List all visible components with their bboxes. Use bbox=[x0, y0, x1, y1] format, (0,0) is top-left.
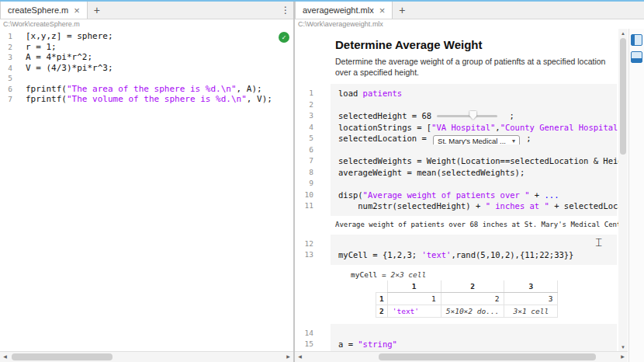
code-text[interactable]: [x,y,z] = sphere; bbox=[26, 31, 113, 42]
line-number[interactable]: 12 bbox=[295, 238, 313, 250]
code-line[interactable]: 2 bbox=[295, 99, 618, 111]
code-line[interactable]: 6fprintf("The area of the sphere is %d.\… bbox=[0, 84, 293, 95]
code-line[interactable]: 10disp("Average weight of patients over … bbox=[295, 190, 618, 201]
scrollbar-track[interactable] bbox=[10, 352, 283, 362]
code-text[interactable]: A = 4*pi*r^2; bbox=[26, 52, 92, 63]
location-dropdown[interactable]: St. Mary's Medical ...▾ bbox=[433, 135, 520, 144]
line-number[interactable]: 3 bbox=[0, 52, 12, 63]
code-text[interactable]: locationStrings = ["VA Hospital","County… bbox=[313, 122, 618, 134]
code-text[interactable]: averageWeight = mean(selectedWeights); bbox=[313, 167, 618, 179]
right-tab-strip: averageweight.mlx × + bbox=[295, 2, 644, 19]
new-tab-button[interactable]: + bbox=[393, 2, 411, 19]
code-line[interactable]: 3selectedHeight = 68 ; bbox=[295, 110, 618, 122]
code-text[interactable] bbox=[313, 328, 618, 339]
line-number[interactable]: 13 bbox=[295, 249, 313, 261]
tab-menu-icon[interactable]: ⋮ bbox=[278, 2, 293, 19]
code-line[interactable]: 11 num2str(selectedHeight) + " inches at… bbox=[295, 200, 618, 212]
code-text[interactable] bbox=[313, 144, 618, 156]
line-number[interactable]: 10 bbox=[295, 190, 313, 201]
code-editor[interactable]: 1[x,y,z] = sphere;2r = 1;3A = 4*pi*r^2;4… bbox=[0, 29, 293, 352]
scrollbar-track[interactable] bbox=[305, 352, 618, 362]
code-block-3[interactable]: 14 15a = "string" bbox=[295, 324, 618, 353]
code-text[interactable]: selectedLocation = St. Mary's Medical ..… bbox=[313, 133, 618, 144]
line-number[interactable]: 14 bbox=[295, 328, 313, 339]
scrollbar-track[interactable] bbox=[618, 38, 628, 343]
code-line[interactable]: 2r = 1; bbox=[0, 42, 293, 53]
vertical-scrollbar[interactable]: ▲ ▼ bbox=[618, 29, 628, 352]
code-text[interactable] bbox=[313, 238, 618, 250]
scroll-left-icon[interactable]: ◀ bbox=[295, 352, 305, 362]
line-number[interactable]: 9 bbox=[295, 178, 313, 190]
line-number[interactable]: 11 bbox=[295, 200, 313, 212]
code-line[interactable]: 12 bbox=[295, 238, 618, 250]
code-text[interactable] bbox=[313, 178, 618, 190]
code-block-1[interactable]: 1load patients2 3selectedHeight = 68 ;4l… bbox=[295, 84, 618, 216]
height-slider[interactable] bbox=[437, 111, 497, 120]
code-text[interactable] bbox=[313, 99, 618, 111]
code-line[interactable]: 4V = (4/3)*pi*r^3; bbox=[0, 63, 293, 74]
line-number[interactable]: 5 bbox=[295, 133, 313, 144]
code-text[interactable]: myCell = {1,2,3; 'text',rand(5,10,2),{11… bbox=[313, 249, 618, 261]
line-number[interactable]: 6 bbox=[0, 84, 12, 95]
code-line[interactable]: 5 bbox=[0, 73, 293, 84]
live-editor-document[interactable]: Determine Average Weight Determine the a… bbox=[295, 29, 618, 352]
code-line[interactable]: 7fprintf("The volume of the sphere is %d… bbox=[0, 94, 293, 105]
line-number[interactable]: 1 bbox=[0, 31, 12, 42]
line-number[interactable]: 6 bbox=[295, 144, 313, 156]
line-number[interactable]: 15 bbox=[295, 339, 313, 350]
code-line[interactable]: 15a = "string" bbox=[295, 339, 618, 350]
code-line[interactable]: 8averageWeight = mean(selectedWeights); bbox=[295, 167, 618, 179]
close-icon[interactable]: × bbox=[379, 5, 386, 16]
code-text[interactable] bbox=[26, 73, 31, 84]
code-line[interactable]: 13myCell = {1,2,3; 'text',rand(5,10,2),{… bbox=[295, 249, 618, 261]
new-tab-button[interactable]: + bbox=[88, 2, 106, 19]
line-number[interactable]: 4 bbox=[0, 63, 12, 74]
line-number[interactable]: 2 bbox=[295, 99, 313, 111]
code-text[interactable]: selectedHeight = 68 ; bbox=[313, 110, 618, 122]
code-line[interactable]: 7selectedWeights = Weight(Location==sele… bbox=[295, 155, 618, 167]
scroll-right-icon[interactable]: ▶ bbox=[283, 352, 293, 362]
code-line[interactable]: 1load patients bbox=[295, 88, 618, 99]
code-line[interactable]: 6 bbox=[295, 144, 618, 156]
code-text[interactable]: selectedWeights = Weight(Location==selec… bbox=[313, 155, 618, 167]
tab-averageweight[interactable]: averageweight.mlx × bbox=[295, 2, 393, 19]
scroll-left-icon[interactable]: ◀ bbox=[0, 352, 10, 362]
panel-tool-icon-1[interactable] bbox=[631, 34, 642, 46]
scroll-right-icon[interactable]: ▶ bbox=[618, 352, 628, 362]
code-text[interactable]: disp("Average weight of patients over " … bbox=[313, 190, 618, 201]
line-number[interactable]: 1 bbox=[295, 88, 313, 99]
slider-thumb[interactable] bbox=[469, 111, 476, 120]
code-text[interactable]: r = 1; bbox=[26, 42, 57, 53]
code-text[interactable]: fprintf("The area of the sphere is %d.\n… bbox=[26, 84, 262, 95]
line-number[interactable]: 5 bbox=[0, 73, 12, 84]
line-number[interactable]: 7 bbox=[0, 94, 12, 105]
line-number[interactable]: 2 bbox=[0, 42, 12, 53]
scrollbar-thumb[interactable] bbox=[379, 353, 596, 360]
panel-tool-icon-2[interactable] bbox=[631, 51, 642, 63]
line-number[interactable]: 7 bbox=[295, 155, 313, 167]
close-icon[interactable]: × bbox=[74, 5, 80, 16]
tab-createsphere[interactable]: createSphere.m × bbox=[0, 2, 88, 19]
code-line[interactable]: 4locationStrings = ["VA Hospital","Count… bbox=[295, 122, 618, 134]
code-line[interactable]: 5selectedLocation = St. Mary's Medical .… bbox=[295, 133, 618, 144]
code-line[interactable]: 9 bbox=[295, 178, 618, 190]
scroll-up-icon[interactable]: ▲ bbox=[618, 29, 628, 38]
horizontal-scrollbar[interactable]: ◀ ▶ bbox=[295, 351, 628, 362]
line-number[interactable]: 8 bbox=[295, 167, 313, 179]
code-line[interactable]: 14 bbox=[295, 328, 618, 339]
line-number[interactable]: 3 bbox=[295, 110, 313, 122]
code-text[interactable]: load patients bbox=[313, 88, 618, 99]
code-text[interactable]: fprintf("The volume of the sphere is %d.… bbox=[26, 94, 272, 105]
chevron-down-icon[interactable]: ▾ bbox=[512, 136, 515, 144]
code-line[interactable]: 3A = 4*pi*r^2; bbox=[0, 52, 293, 63]
code-text[interactable]: num2str(selectedHeight) + " inches at " … bbox=[313, 200, 618, 212]
line-number[interactable]: 4 bbox=[295, 122, 313, 134]
scrollbar-thumb[interactable] bbox=[620, 38, 626, 155]
code-text[interactable]: a = "string" bbox=[313, 339, 618, 350]
horizontal-scrollbar[interactable]: ◀ ▶ bbox=[0, 351, 293, 362]
scrollbar-thumb[interactable] bbox=[12, 353, 113, 360]
code-text[interactable]: V = (4/3)*pi*r^3; bbox=[26, 63, 113, 74]
code-line[interactable]: 1[x,y,z] = sphere; bbox=[0, 31, 293, 42]
slider-track[interactable] bbox=[437, 115, 497, 117]
code-block-2[interactable]: 12 13myCell = {1,2,3; 'text',rand(5,10,2… bbox=[295, 235, 618, 265]
